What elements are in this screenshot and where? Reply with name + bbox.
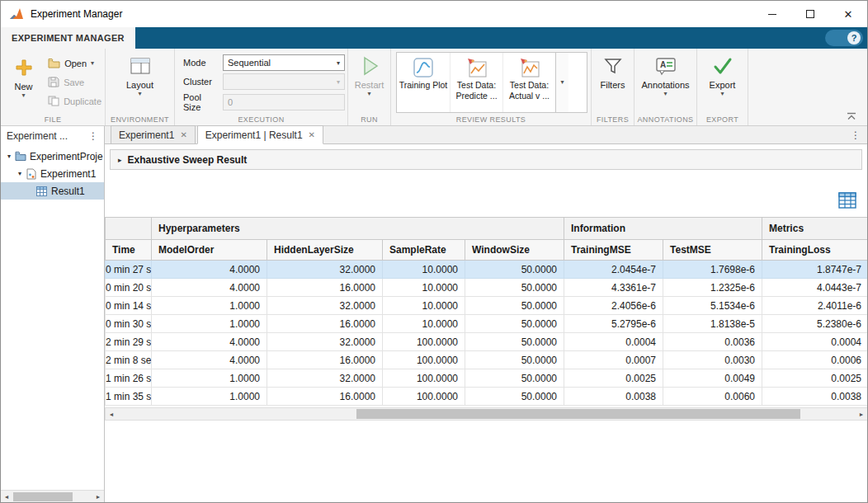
gallery-expand-button[interactable]: ▾ [555,53,568,112]
table-cell[interactable]: 10.0000 [383,297,465,315]
scrollbar-thumb[interactable] [13,492,73,501]
table-cell[interactable]: 1.8747e-7 [762,261,868,279]
table-cell[interactable]: 4.0000 [152,351,267,369]
table-cell[interactable]: 0.0004 [564,333,663,351]
test-data-actual-button[interactable]: Test Data: Actual v ... [502,53,555,112]
column-header-samplerate[interactable]: SampleRate [383,240,465,261]
table-cell[interactable]: 50.0000 [465,315,564,333]
table-cell[interactable]: 50.0000 [465,351,564,369]
table-cell[interactable]: 1.0000 [152,297,267,315]
result-section-header[interactable]: ▸ Exhaustive Sweep Result [110,149,862,170]
table-cell[interactable]: 0.0049 [663,369,762,388]
table-cell[interactable]: 50.0000 [465,297,564,315]
close-icon[interactable]: ✕ [309,131,315,139]
scrollbar-thumb[interactable] [356,409,800,419]
table-cell[interactable]: 0.0030 [663,351,762,369]
table-cell[interactable]: 0.0038 [564,388,663,406]
table-cell[interactable]: 50.0000 [465,369,564,388]
table-cell[interactable]: 5.2795e-6 [564,315,663,333]
duplicate-button[interactable]: Duplicate [45,92,105,110]
table-cell[interactable]: 1 min 35 sec [106,388,152,406]
table-cell[interactable]: 5.1534e-6 [663,297,762,315]
table-cell[interactable]: 2 min 8 sec [106,351,152,369]
table-cell[interactable]: 10.0000 [383,279,465,297]
table-cell[interactable]: 0.0007 [564,351,663,369]
maximize-button[interactable] [791,1,829,27]
tree-expander-icon[interactable]: ▾ [4,153,14,160]
layout-button[interactable]: Layout ▾ [118,49,163,125]
table-cell[interactable]: 1.8138e-5 [663,315,762,333]
table-cell[interactable]: 4.0000 [152,279,267,297]
close-button[interactable]: ✕ [829,1,867,27]
table-cell[interactable]: 1.0000 [152,369,267,388]
column-header-trainingloss[interactable]: TrainingLoss [762,240,868,261]
table-cell[interactable]: 1.0000 [152,388,267,406]
table-cell[interactable]: 100.0000 [383,388,465,406]
training-plot-button[interactable]: Training Plot [397,53,450,112]
table-cell[interactable]: 16.0000 [267,315,383,333]
table-cell[interactable]: 2.0454e-7 [564,261,663,279]
table-cell[interactable]: 50.0000 [465,279,564,297]
tree-item-result1[interactable]: Result1 [1,182,104,200]
column-header-testmse[interactable]: TestMSE [663,240,762,261]
table-cell[interactable]: 50.0000 [465,388,564,406]
table-cell[interactable]: 100.0000 [383,369,465,388]
tab-overflow-menu-button[interactable]: ⋮ [851,129,861,141]
table-cell[interactable]: 0 min 27 sec [106,261,152,279]
open-button[interactable]: Open ▾ [45,54,105,73]
column-header-time[interactable]: Time [106,240,152,261]
table-cell[interactable]: 5.2380e-6 [762,315,868,333]
tree-item-project[interactable]: ▾ ExperimentProje [1,148,104,165]
help-button[interactable]: ? [825,30,863,46]
table-cell[interactable]: 4.0000 [152,333,267,351]
table-horizontal-scrollbar[interactable]: ◄ ► [105,407,868,421]
pool-size-input[interactable]: 0 [223,94,345,110]
table-cell[interactable]: 4.0000 [152,261,267,279]
mode-dropdown[interactable]: Sequential ▾ [223,54,345,71]
table-cell[interactable]: 0 min 20 sec [106,279,152,297]
column-header-windowsize[interactable]: WindowSize [465,240,564,261]
table-cell[interactable]: 0.0038 [762,388,868,406]
table-cell[interactable]: 10.0000 [383,315,465,333]
table-cell[interactable]: 1.7698e-6 [663,261,762,279]
tab-experiment1[interactable]: Experiment1 ✕ [111,125,196,143]
filters-button[interactable]: Filters [592,49,634,125]
restart-button[interactable]: Restart ▾ [348,49,390,125]
section-expander-icon[interactable]: ▸ [118,156,122,164]
table-cell[interactable]: 10.0000 [383,261,465,279]
sidebar-horizontal-scrollbar[interactable]: ◄ ► [1,490,104,502]
table-cell[interactable]: 0.0025 [762,369,868,388]
table-cell[interactable]: 1.0000 [152,315,267,333]
table-cell[interactable]: 100.0000 [383,333,465,351]
annotations-button[interactable]: A Annotations ▾ [644,49,688,125]
table-cell[interactable]: 4.3361e-7 [564,279,663,297]
table-cell[interactable]: 32.0000 [267,297,383,315]
table-cell[interactable]: 32.0000 [267,333,383,351]
scroll-right-icon[interactable]: ► [92,494,104,500]
cluster-dropdown[interactable]: ▾ [223,73,345,90]
table-cell[interactable]: 50.0000 [465,261,564,279]
table-cell[interactable]: 0 min 14 sec [106,297,152,315]
tab-experiment1-result1[interactable]: Experiment1 | Result1 ✕ [197,125,323,144]
table-cell[interactable]: 0 min 30 sec [106,315,152,333]
tab-experiment-manager[interactable]: EXPERIMENT MANAGER [1,27,135,49]
export-button[interactable]: Export ▾ [701,49,745,125]
new-button[interactable]: New ▾ [4,50,43,114]
table-cell[interactable]: 0.0036 [663,333,762,351]
table-cell[interactable]: 2.4011e-6 [762,297,868,315]
panel-menu-button[interactable]: ⋮ [86,130,101,142]
tree-expander-icon[interactable]: ▾ [15,170,25,177]
table-cell[interactable]: 0.0025 [564,369,663,388]
table-cell[interactable]: 32.0000 [267,369,383,388]
table-cell[interactable]: 0.0006 [762,351,868,369]
test-data-predicted-button[interactable]: Test Data: Predicte ... [450,53,502,112]
table-cell[interactable]: 50.0000 [465,333,564,351]
table-view-button[interactable] [838,191,856,209]
collapse-toolstrip-button[interactable] [846,112,857,120]
table-cell[interactable]: 32.0000 [267,261,383,279]
table-cell[interactable]: 2.4056e-6 [564,297,663,315]
close-icon[interactable]: ✕ [180,131,186,139]
scroll-left-icon[interactable]: ◄ [106,411,117,417]
column-header-modelorder[interactable]: ModelOrder [152,240,267,261]
table-cell[interactable]: 1.2325e-6 [663,279,762,297]
